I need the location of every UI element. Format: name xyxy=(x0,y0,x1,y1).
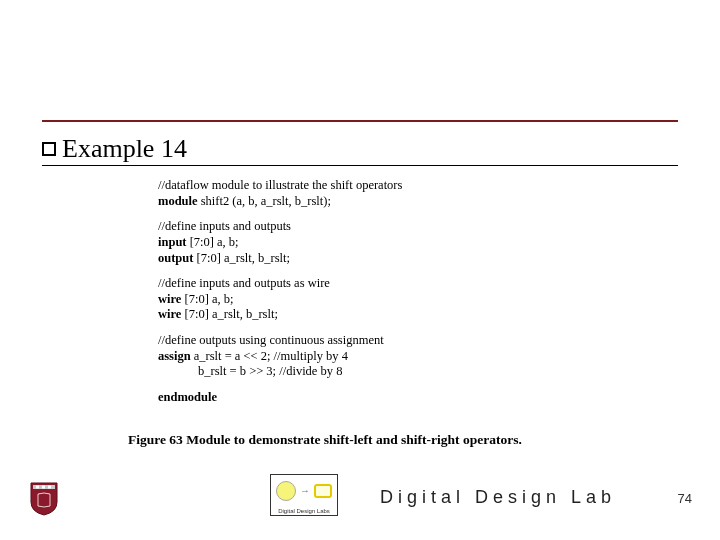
code-line: output [7:0] a_rslt, b_rslt; xyxy=(158,251,588,267)
title-under-rule xyxy=(42,165,678,166)
footer-title: Digital Design Lab xyxy=(380,487,616,508)
code-line: wire [7:0] a, b; xyxy=(158,292,588,308)
keyword: output xyxy=(158,251,193,265)
svg-rect-1 xyxy=(42,486,45,489)
code-line: //define outputs using continuous assign… xyxy=(158,333,588,349)
code-line: input [7:0] a, b; xyxy=(158,235,588,251)
footer: → Digital Design Labs Digital Design Lab… xyxy=(0,476,720,516)
heading-row: Example 14 xyxy=(42,134,187,164)
shield-icon xyxy=(30,482,58,516)
lab-logo-icon: → Digital Design Labs xyxy=(270,474,338,516)
code-block: //dataflow module to illustrate the shif… xyxy=(158,178,588,406)
code-text: [7:0] a, b; xyxy=(187,235,239,249)
code-line: endmodule xyxy=(158,390,588,406)
code-line: module shift2 (a, b, a_rslt, b_rslt); xyxy=(158,194,588,210)
keyword: endmodule xyxy=(158,390,217,404)
svg-rect-0 xyxy=(36,486,39,489)
square-bullet-icon xyxy=(42,142,56,156)
keyword: module xyxy=(158,194,198,208)
code-line: //dataflow module to illustrate the shif… xyxy=(158,178,588,194)
title-top-rule xyxy=(42,120,678,122)
code-line: assign a_rslt = a << 2; //multiply by 4 xyxy=(158,349,588,365)
code-line: wire [7:0] a_rslt, b_rslt; xyxy=(158,307,588,323)
svg-rect-2 xyxy=(48,486,51,489)
figure-caption: Figure 63 Module to demonstrate shift-le… xyxy=(128,432,522,448)
page-number: 74 xyxy=(678,491,692,506)
code-text: [7:0] a_rslt, b_rslt; xyxy=(193,251,290,265)
code-line: b_rslt = b >> 3; //divide by 8 xyxy=(158,364,588,380)
keyword: wire xyxy=(158,292,181,306)
code-text: [7:0] a_rslt, b_rslt; xyxy=(181,307,278,321)
heading-text: Example 14 xyxy=(62,134,187,164)
code-text: [7:0] a, b; xyxy=(181,292,233,306)
keyword: assign xyxy=(158,349,191,363)
lab-logo-text: Digital Design Labs xyxy=(271,508,337,514)
code-text: shift2 (a, b, a_rslt, b_rslt); xyxy=(198,194,331,208)
keyword: input xyxy=(158,235,187,249)
keyword: wire xyxy=(158,307,181,321)
code-line: //define inputs and outputs xyxy=(158,219,588,235)
code-text: a_rslt = a << 2; //multiply by 4 xyxy=(191,349,348,363)
code-line: //define inputs and outputs as wire xyxy=(158,276,588,292)
